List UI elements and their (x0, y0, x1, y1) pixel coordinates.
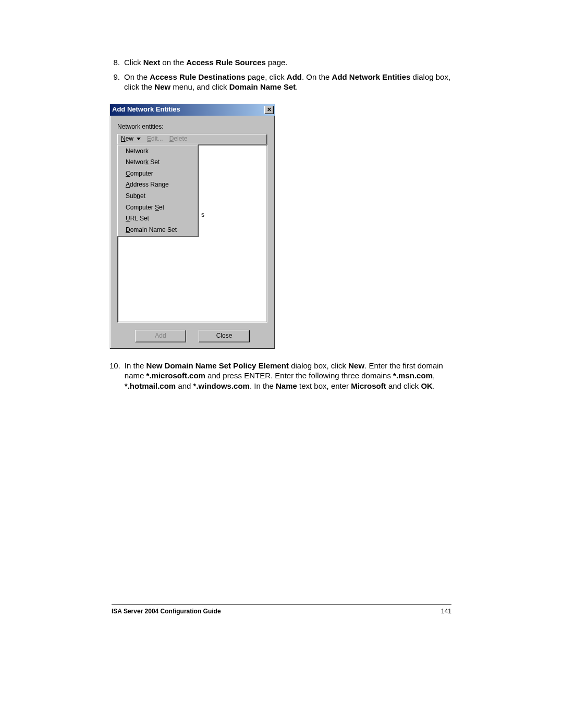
menu-item-6[interactable]: URL Set (118, 213, 197, 225)
menu-item-7[interactable]: Domain Name Set (118, 225, 197, 236)
page-footer: ISA Server 2004 Configuration Guide 141 (112, 604, 451, 615)
toolbar: New Edit... Delete (117, 134, 267, 145)
menu-item-4[interactable]: Subnet (118, 191, 197, 202)
step-9: 9. On the Access Rule Destinations page,… (109, 72, 454, 92)
menu-item-1[interactable]: Network Set (118, 157, 197, 168)
menu-item-0[interactable]: Network (118, 146, 197, 157)
list-label: Network entities: (117, 123, 267, 131)
screenshot-figure: Add Network Entities ✕ Network entities:… (109, 104, 454, 349)
new-menu-button[interactable]: New (121, 135, 141, 143)
new-dropdown-menu: NetworkNetwork SetComputerAddress RangeS… (117, 144, 199, 238)
close-icon: ✕ (267, 106, 272, 113)
footer-title: ISA Server 2004 Configuration Guide (112, 608, 221, 615)
edit-button[interactable]: Edit... (147, 135, 163, 143)
menu-item-5[interactable]: Computer Set (118, 202, 197, 214)
menu-item-2[interactable]: Computer (118, 168, 197, 180)
close-dialog-button[interactable]: Close (199, 330, 250, 342)
caret-down-icon (137, 138, 141, 140)
menu-item-3[interactable]: Address Range (118, 179, 197, 191)
add-network-entities-dialog: Add Network Entities ✕ Network entities:… (109, 104, 275, 349)
step-body: On the Access Rule Destinations page, cl… (124, 72, 454, 92)
footer-page-number: 141 (441, 608, 451, 615)
step-number: 8. (109, 57, 124, 68)
listbox-peek-char: s (201, 211, 204, 219)
add-button[interactable]: Add (135, 330, 186, 342)
step-body: In the New Domain Name Set Policy Elemen… (125, 361, 454, 391)
close-button[interactable]: ✕ (264, 106, 274, 114)
step-body: Click Next on the Access Rule Sources pa… (124, 57, 454, 68)
step-number: 9. (109, 72, 124, 92)
step-number: 10. (109, 361, 125, 391)
step-10: 10. In the New Domain Name Set Policy El… (109, 361, 454, 391)
delete-button[interactable]: Delete (169, 135, 188, 143)
titlebar-text: Add Network Entities (112, 105, 264, 114)
titlebar[interactable]: Add Network Entities ✕ (110, 104, 275, 116)
step-8: 8. Click Next on the Access Rule Sources… (109, 57, 454, 68)
